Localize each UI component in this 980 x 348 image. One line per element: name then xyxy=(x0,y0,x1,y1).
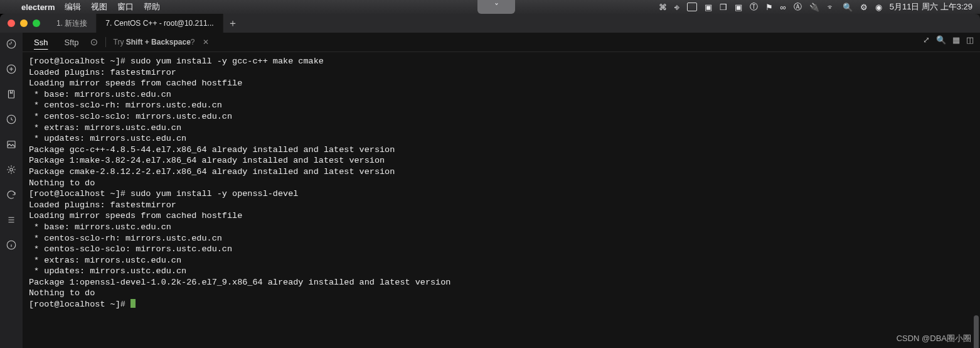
svg-point-0 xyxy=(7,40,16,48)
hint-post: ? xyxy=(191,38,195,46)
session-toolbar: Ssh Sftp 𐌏 Try Shift + Backspace? ✕ ⤢ 🔍 … xyxy=(23,33,980,52)
window-titlebar: 1. 新连接 7. CentOS C++ - root@10.211... ＋ xyxy=(0,14,980,33)
close-window-button[interactable] xyxy=(8,19,15,27)
toolbar-divider xyxy=(105,37,106,47)
terminal-cursor xyxy=(130,299,136,308)
watermark: CSDN @DBA圈小圈 xyxy=(897,333,971,344)
session-tab-label: 7. CentOS C++ - root@10.211... xyxy=(105,19,213,28)
logo-icon[interactable] xyxy=(5,38,18,50)
menubar-app-name[interactable]: electerm xyxy=(16,3,60,12)
add-icon[interactable] xyxy=(5,63,18,75)
hint-key: Shift + Backspace xyxy=(126,38,191,46)
grid-icon[interactable]: ▦ xyxy=(952,35,960,45)
scrollbar-vertical[interactable] xyxy=(972,52,980,348)
toolbar-right: ⤢ 🔍 ▦ ◫ xyxy=(923,35,974,45)
sidebar xyxy=(0,33,23,348)
status-icon[interactable]: ⌘ xyxy=(659,3,667,12)
battery-icon[interactable]: 🔌 xyxy=(809,3,819,12)
shortcut-hint: Try Shift + Backspace? xyxy=(114,38,195,46)
flag-icon[interactable]: ⚑ xyxy=(765,3,773,12)
control-center-icon[interactable]: ⚙ xyxy=(860,3,868,12)
session-tabs: 1. 新连接 7. CentOS C++ - root@10.211... ＋ xyxy=(48,14,242,33)
status-icon[interactable] xyxy=(687,3,697,11)
menubar-datetime[interactable]: 5月11日 周六 上午3:29 xyxy=(890,1,972,13)
image-icon[interactable] xyxy=(5,138,18,151)
menubar-status-icons: ⌘ ⎆ ▣ ❒ ▣ Ⓣ ⚑ ∞ Ⓐ 🔌 ᯤ 🔍 ⚙ ◉ 5月11日 周六 上午3… xyxy=(659,1,981,13)
svg-point-5 xyxy=(10,168,13,171)
app-window: 1. 新连接 7. CentOS C++ - root@10.211... ＋ … xyxy=(0,14,980,348)
traffic-lights xyxy=(0,19,48,27)
infinity-icon[interactable]: ∞ xyxy=(780,3,786,12)
session-tab-label: 1. 新连接 xyxy=(56,18,87,29)
siri-icon[interactable]: ◉ xyxy=(875,3,882,12)
attachment-icon[interactable]: 𐌏 xyxy=(90,38,98,47)
sync-icon[interactable] xyxy=(5,188,18,201)
tab-sftp[interactable]: Sftp xyxy=(59,35,83,50)
session-tab-2[interactable]: 7. CentOS C++ - root@10.211... xyxy=(97,14,223,33)
split-icon[interactable]: ◫ xyxy=(966,35,974,45)
zoom-window-button[interactable] xyxy=(33,19,40,27)
bookmark-icon[interactable] xyxy=(5,88,18,101)
list-icon[interactable] xyxy=(5,214,18,226)
menubar-item-help[interactable]: 帮助 xyxy=(139,1,165,13)
top-chevron-dock[interactable]: ˅ xyxy=(477,0,515,14)
menubar-item-edit[interactable]: 编辑 xyxy=(60,1,86,13)
terminal-output[interactable]: [root@localhost ~]# sudo yum install -y … xyxy=(23,52,980,348)
fullscreen-icon[interactable]: ⤢ xyxy=(923,35,930,45)
input-source-icon[interactable]: Ⓐ xyxy=(794,1,802,13)
status-icon[interactable]: ▣ xyxy=(705,3,712,12)
svg-rect-2 xyxy=(9,90,14,98)
status-icon[interactable]: ▣ xyxy=(735,3,742,12)
scrollbar-thumb[interactable] xyxy=(974,315,979,348)
hint-pre: Try xyxy=(114,38,126,46)
session-tab-1[interactable]: 1. 新连接 xyxy=(48,14,97,33)
menubar-item-window[interactable]: 窗口 xyxy=(112,1,139,13)
tab-ssh[interactable]: Ssh xyxy=(29,35,53,50)
add-session-button[interactable]: ＋ xyxy=(223,14,242,33)
wifi-icon[interactable]: ᯤ xyxy=(827,3,835,12)
history-icon[interactable] xyxy=(5,113,18,126)
minimize-window-button[interactable] xyxy=(20,19,28,27)
info-icon[interactable] xyxy=(5,239,18,251)
settings-icon[interactable] xyxy=(5,163,18,176)
dismiss-hint-button[interactable]: ✕ xyxy=(203,38,209,46)
spotlight-icon[interactable]: 🔍 xyxy=(843,3,853,12)
search-icon[interactable]: 🔍 xyxy=(936,35,946,45)
text-icon[interactable]: Ⓣ xyxy=(750,1,758,13)
menubar-item-view[interactable]: 视图 xyxy=(86,1,112,13)
main-area: Ssh Sftp 𐌏 Try Shift + Backspace? ✕ ⤢ 🔍 … xyxy=(23,33,980,348)
box3d-icon[interactable]: ❒ xyxy=(720,3,727,12)
status-icon[interactable]: ⎆ xyxy=(674,3,679,12)
